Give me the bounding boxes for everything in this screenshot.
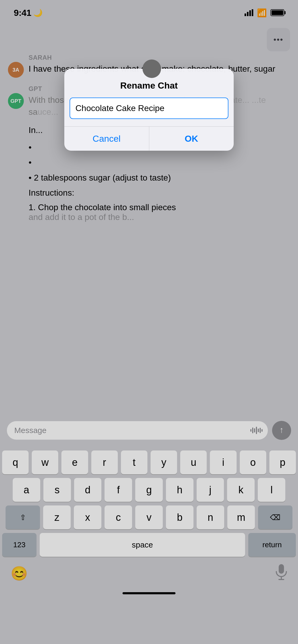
rename-chat-dialog: Rename Chat Cancel OK [64,69,234,151]
rename-chat-input[interactable] [70,98,228,119]
dialog-avatar-peek [143,59,161,78]
dialog-input-wrap [64,98,234,126]
dialog-buttons: Cancel OK [64,126,234,151]
ok-button[interactable]: OK [149,127,234,151]
dialog-overlay: Rename Chat Cancel OK [0,0,298,644]
cancel-button[interactable]: Cancel [64,127,149,151]
